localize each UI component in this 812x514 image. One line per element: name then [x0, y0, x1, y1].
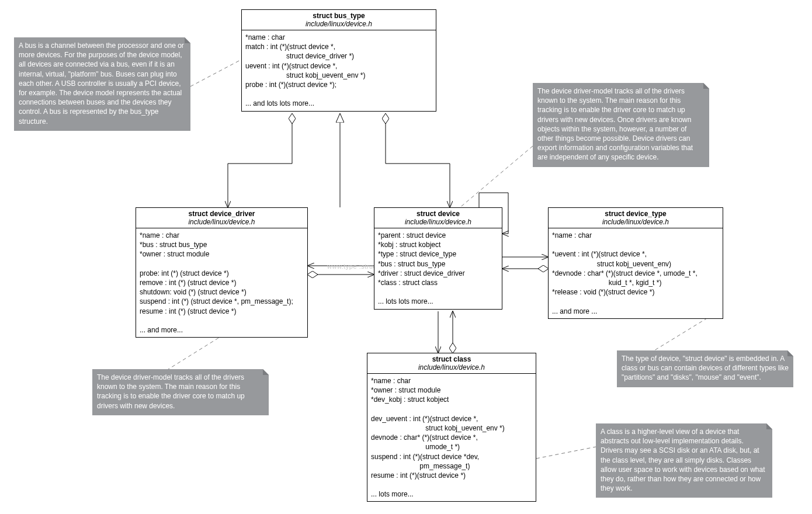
box-class-subtitle: include/linux/device.h: [367, 363, 536, 374]
box-bus-type-body: *name : char match : int (*)(struct devi…: [242, 30, 436, 111]
box-class-title: struct class: [367, 353, 536, 363]
box-device-driver-title: struct device_driver: [136, 208, 307, 218]
svg-line-0: [190, 60, 241, 86]
box-device-type: struct device_type include/linux/device.…: [548, 207, 723, 319]
box-device-driver-subtitle: include/linux/device.h: [136, 218, 307, 228]
box-class-body: *name : char *owner : struct module *dev…: [367, 374, 536, 501]
box-device: struct device include/linux/device.h *pa…: [374, 207, 502, 310]
note-bus-text: A bus is a channel between the processor…: [19, 41, 184, 126]
note-type-text: The type of device, "struct device" is e…: [622, 355, 789, 381]
box-bus-type-subtitle: include/linux/device.h: [242, 20, 436, 30]
note-driver-left: The device driver-model tracks all of th…: [92, 369, 269, 415]
svg-line-4: [536, 447, 596, 459]
box-device-body: *parent : struct device *kobj : struct k…: [374, 228, 502, 309]
note-bus: A bus is a channel between the processor…: [14, 37, 190, 131]
note-type: The type of device, "struct device" is e…: [617, 350, 793, 387]
box-bus-type: struct bus_type include/linux/device.h *…: [241, 9, 436, 112]
box-device-driver: struct device_driver include/linux/devic…: [136, 207, 308, 338]
note-driver-right-text: The device driver-model tracks all of th…: [537, 87, 693, 161]
box-device-type-body: *name : char *uevent : int (*)(struct de…: [549, 228, 723, 318]
box-device-driver-body: *name : char *bus : struct bus_type *own…: [136, 228, 307, 337]
box-device-type-title: struct device_type: [549, 208, 723, 218]
note-class-text: A class is a higher-level view of a devi…: [601, 428, 765, 492]
box-device-title: struct device: [374, 208, 502, 218]
box-device-type-subtitle: include/linux/device.h: [549, 218, 723, 228]
box-bus-type-title: struct bus_type: [242, 10, 436, 20]
box-class: struct class include/linux/device.h *nam…: [367, 353, 536, 502]
note-driver-right: The device driver-model tracks all of th…: [533, 83, 709, 167]
box-device-subtitle: include/linux/device.h: [374, 218, 502, 228]
note-class: A class is a higher-level view of a devi…: [596, 423, 772, 498]
note-driver-left-text: The device driver-model tracks all of th…: [97, 373, 245, 410]
